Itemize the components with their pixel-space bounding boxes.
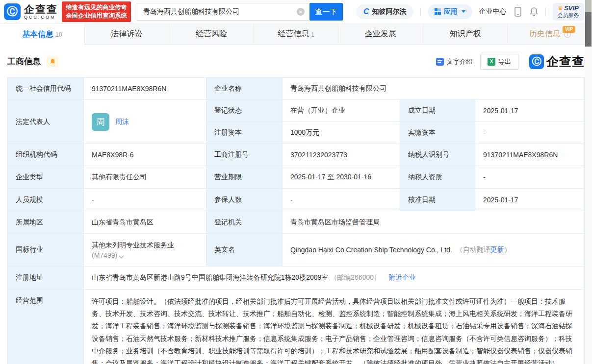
enterprise-center-link[interactable]: 企业中心 bbox=[479, 7, 507, 16]
notification-bell-icon[interactable] bbox=[529, 7, 539, 17]
scrollbar-track-top bbox=[585, 0, 592, 12]
reg-authority-value: 青岛市黄岛区市场监督管理局 bbox=[283, 211, 584, 234]
text-intro-label: 文字介绍 bbox=[447, 57, 472, 66]
legal-rep-avatar[interactable]: 周 bbox=[92, 113, 109, 131]
industry-label: 国标行业 bbox=[8, 234, 84, 267]
tab-count: 1 bbox=[311, 31, 314, 38]
legal-rep-label: 法定代表人 bbox=[8, 100, 84, 144]
translate-update-link[interactable]: 更新 bbox=[490, 245, 504, 253]
excel-icon: X bbox=[488, 58, 495, 66]
search-bar: ✕ 查一下 bbox=[137, 3, 343, 21]
header-nav: C 知彼阿尔法 应用 企业中心 ♛ SVIP 会员服务 bbox=[357, 3, 584, 21]
address-value: 山东省青岛市黄岛区新港山路9号中国船舶集团海洋装备研究院1栋20楼2009室 （… bbox=[84, 267, 584, 290]
top-header: Ⓒ 企查查 QCC.COM 缔造有远见的商业传奇 全国企业信用查询系统 ✕ 查一… bbox=[0, 0, 592, 24]
slogan-badge: 缔造有远见的商业传奇 全国企业信用查询系统 bbox=[62, 1, 131, 22]
divider bbox=[545, 7, 546, 16]
tab-company-development[interactable]: 企业发展 bbox=[338, 24, 423, 45]
scope-label: 经营范围 bbox=[8, 290, 84, 364]
address-label: 注册地址 bbox=[8, 267, 84, 290]
tab-label: 历史信息 bbox=[529, 29, 561, 39]
bell-icon bbox=[50, 58, 56, 65]
tab-label: 经营信息 bbox=[278, 29, 309, 39]
scrollbar-thumb[interactable] bbox=[585, 12, 592, 47]
qcc-watermark-logo: Ⓒ 企查查 bbox=[529, 53, 585, 70]
svip-member-button[interactable]: ♛ SVIP 会员服务 bbox=[553, 3, 584, 21]
scope-value: 许可项目：船舶设计。（依法须经批准的项目，经相关部门批准后方可开展经营活动，具体… bbox=[84, 290, 584, 364]
credit-code-value: 91370211MAE8X98R6N bbox=[84, 78, 206, 100]
vip-badge: VIP bbox=[563, 26, 575, 33]
english-name-text: Qingdao Haixi Co Creation Ship Technolog… bbox=[290, 246, 452, 254]
qcc-logo-text: 企查查 bbox=[24, 4, 58, 14]
divider bbox=[420, 7, 421, 16]
nearby-companies-link[interactable]: 附近企业 bbox=[388, 273, 416, 282]
org-code-value: MAE8X98R-6 bbox=[84, 144, 206, 166]
tab-label: 经营风险 bbox=[196, 29, 227, 39]
zhibi-alpha-label: 知彼阿尔法 bbox=[372, 7, 407, 16]
reg-status-label: 登记状态 bbox=[206, 100, 283, 122]
staff-size-label: 人员规模 bbox=[8, 189, 84, 211]
tab-operation-info[interactable]: 经营信息 1 bbox=[254, 24, 339, 45]
legal-rep-link[interactable]: 周沫 bbox=[115, 118, 129, 126]
search-input[interactable] bbox=[137, 3, 309, 21]
export-label: 导出 bbox=[498, 57, 511, 66]
biz-reg-no-label: 工商注册号 bbox=[206, 144, 283, 166]
taxpayer-qual-value: - bbox=[475, 166, 584, 189]
org-code-label: 组织机构代码 bbox=[8, 144, 84, 166]
chevron-down-icon bbox=[462, 10, 465, 13]
export-button[interactable]: X 导出 bbox=[480, 54, 518, 70]
monitor-bell-button[interactable] bbox=[47, 56, 58, 67]
company-tabs: 基本信息 10 法律诉讼 经营风险 经营信息 1 企业发展 知识产权 VIP 历… bbox=[0, 24, 592, 45]
auto-translate-note: （自动翻译更新） bbox=[456, 245, 511, 254]
english-name-label: 英文名 bbox=[206, 234, 283, 267]
tab-intellectual-property[interactable]: 知识产权 bbox=[423, 24, 508, 45]
business-registration-table: 统一社会信用代码 91370211MAE8X98R6N 企业名称 青岛海西共创船… bbox=[7, 77, 585, 364]
clear-search-icon[interactable]: ✕ bbox=[297, 8, 305, 16]
taxpayer-id-label: 纳税人识别号 bbox=[400, 144, 475, 166]
tab-basic-info[interactable]: 基本信息 10 bbox=[0, 24, 85, 45]
credit-code-label: 统一社会信用代码 bbox=[8, 78, 84, 100]
reg-capital-label: 注册资本 bbox=[206, 122, 283, 144]
biz-reg-no-value: 370211232023773 bbox=[283, 144, 400, 166]
tab-history-info[interactable]: VIP 历史信息 i bbox=[508, 24, 592, 45]
document-icon bbox=[436, 58, 444, 66]
slogan-line1: 缔造有远见的商业传奇 bbox=[66, 3, 127, 12]
chevron-down-icon bbox=[119, 253, 124, 258]
english-name-value: Qingdao Haixi Co Creation Ship Technolog… bbox=[283, 234, 584, 267]
establish-date-label: 成立日期 bbox=[400, 100, 475, 122]
business-info-header: 工商信息 文字介绍 X 导出 Ⓒ 企查查 bbox=[0, 45, 592, 75]
qcc-brand-text: 企查查 bbox=[546, 53, 585, 70]
insured-value: - bbox=[283, 189, 400, 211]
tab-operation-risk[interactable]: 经营风险 bbox=[169, 24, 254, 45]
paid-capital-label: 实缴资本 bbox=[400, 122, 475, 144]
qcc-logo-icon: Ⓒ bbox=[529, 54, 544, 69]
address-postcode: （邮编266000） bbox=[330, 273, 381, 282]
industry-name: 其他未列明专业技术服务业 bbox=[92, 241, 174, 250]
address-text: 山东省青岛市黄岛区新港山路9号中国船舶集团海洋装备研究院1栋20楼2009室 bbox=[92, 273, 328, 282]
svip-label: SVIP bbox=[564, 5, 579, 12]
section-title: 工商信息 bbox=[7, 56, 41, 67]
company-name-value: 青岛海西共创船舶科技有限公司 bbox=[283, 78, 584, 100]
zhibi-alpha-icon: C bbox=[363, 7, 369, 16]
search-button[interactable]: 查一下 bbox=[309, 3, 343, 21]
industry-value: 其他未列明专业技术服务业 (M7499) bbox=[84, 234, 206, 267]
taxpayer-qual-label: 纳税人资质 bbox=[400, 166, 475, 189]
reg-authority-label: 登记机关 bbox=[206, 211, 283, 234]
text-intro-button[interactable]: 文字介绍 bbox=[436, 57, 472, 66]
region-value: 山东省青岛市黄岛区 bbox=[84, 211, 206, 234]
tab-legal-litigation[interactable]: 法律诉讼 bbox=[85, 24, 170, 45]
approval-date-label: 核准日期 bbox=[400, 189, 475, 211]
reg-capital-value: 1000万元 bbox=[283, 122, 400, 144]
taxpayer-id-value: 91370211MAE8X98R6N bbox=[475, 144, 584, 166]
tab-label: 基本信息 bbox=[22, 29, 53, 40]
mobile-app-icon[interactable] bbox=[514, 7, 522, 17]
apps-menu-button[interactable]: 应用 bbox=[428, 4, 472, 19]
tab-label: 法律诉讼 bbox=[111, 29, 142, 39]
qcc-logo-icon: Ⓒ bbox=[4, 3, 21, 20]
tab-label: 企业发展 bbox=[365, 29, 396, 39]
qcc-logo[interactable]: Ⓒ 企查查 QCC.COM bbox=[4, 3, 58, 20]
company-name-label: 企业名称 bbox=[206, 78, 283, 100]
zhibi-alpha-button[interactable]: C 知彼阿尔法 bbox=[357, 4, 413, 19]
industry-code[interactable]: (M7499) bbox=[92, 251, 123, 259]
tab-label: 知识产权 bbox=[450, 29, 481, 39]
page-scrollbar[interactable] bbox=[585, 0, 592, 364]
